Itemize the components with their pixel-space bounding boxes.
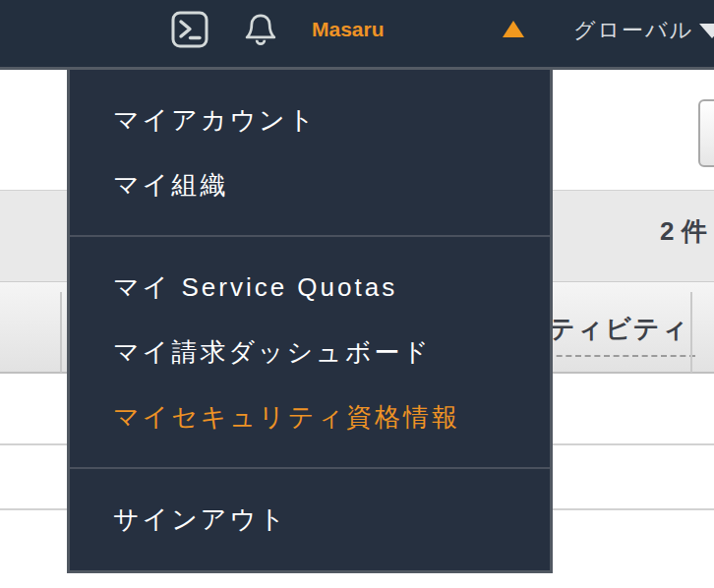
menu-section-services: マイ Service Quotas マイ請求ダッシュボード マイセキュリティ資格… [70, 235, 550, 467]
cloudshell-icon[interactable] [171, 11, 208, 52]
item-count-label: 2 件 [660, 214, 707, 249]
menu-section-signout: サインアウト [70, 467, 550, 569]
menu-item-my-account[interactable]: マイアカウント [70, 88, 550, 152]
menu-item-security-credentials[interactable]: マイセキュリティ資格情報 [70, 384, 550, 449]
column-header-activity-partial[interactable]: ティビティ [547, 312, 695, 357]
region-selector[interactable]: グローバル [573, 16, 693, 45]
user-menu-username[interactable]: Masaru [312, 18, 385, 41]
user-dropdown-menu: マイアカウント マイ組織 マイ Service Quotas マイ請求ダッシュボ… [67, 70, 553, 573]
menu-item-billing-dashboard[interactable]: マイ請求ダッシュボード [70, 320, 550, 384]
menu-item-sign-out[interactable]: サインアウト [70, 487, 550, 552]
user-menu-caret-up-icon[interactable] [503, 21, 524, 37]
top-nav-bar: Masaru グローバル [0, 0, 714, 70]
column-divider [60, 292, 62, 373]
menu-section-account: マイアカウント マイ組織 [70, 70, 550, 235]
region-caret-down-icon[interactable] [699, 24, 714, 38]
notifications-bell-icon[interactable] [240, 9, 281, 54]
menu-item-service-quotas[interactable]: マイ Service Quotas [70, 255, 550, 320]
menu-item-my-organization[interactable]: マイ組織 [70, 152, 550, 217]
partial-toolbar-button[interactable] [698, 99, 714, 167]
column-divider [690, 292, 692, 373]
aws-console-screen: 2 件 ティビティ Masaru グローバル [0, 0, 714, 588]
